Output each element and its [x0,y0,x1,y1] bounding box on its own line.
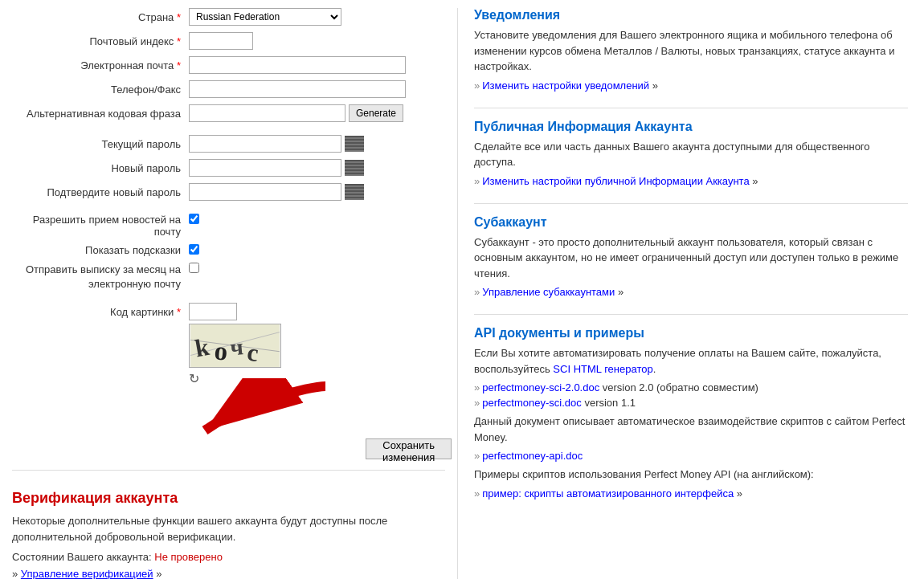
separator [12,470,445,471]
newsletter-checkbox[interactable] [189,214,199,224]
subaccount-title: Субаккаунт [474,215,908,230]
postal-input[interactable]: 210000 [189,32,253,50]
notifications-text: Установите уведомления для Вашего электр… [474,27,908,75]
current-password-label: Текущий пароль [12,138,189,150]
monthly-row: Отправить выписку за месяц на электронну… [12,263,445,292]
api-sci-doc-v1-link-row: »perfectmoney-sci.doc version 1.1 [474,397,908,409]
country-label: Страна * [12,11,189,23]
hints-row: Показать подсказки [12,244,445,256]
api-text1: Если Вы хотите автоматизировать получени… [474,345,908,377]
public-info-text: Сделайте все или часть данных Вашего ака… [474,139,908,170]
hints-checkbox[interactable] [189,244,199,255]
verification-manage-link[interactable]: Управление верификацией [21,568,153,579]
api-section: API документы и примеры Если Вы хотите а… [474,326,908,499]
monthly-label: Отправить выписку за месяц на электронну… [12,263,189,292]
altphrase-row: Альтернативная кодовая фраза Generate [12,104,445,122]
hints-label: Показать подсказки [12,244,189,256]
api-text3: Примеры скриптов использования Perfect M… [474,467,908,483]
new-password-keyboard-icon[interactable] [345,160,364,176]
api-doc-link-row: »perfectmoney-api.doc [474,450,908,462]
separator-3 [474,203,908,204]
api-sci-doc-link-row: »perfectmoney-sci-2.0.doc version 2.0 (о… [474,381,908,393]
subaccount-section: Субаккаунт Субаккаунт - это просто допол… [474,215,908,299]
subaccount-manage-link[interactable]: Управление субаккаунтами [482,286,615,298]
current-password-row: Текущий пароль [12,135,445,153]
email-row: Электронная почта * nugoheme@mailzi.ru [12,56,445,74]
verification-status-row: Состоянии Вашего аккаунта: Не проверено [12,551,445,563]
confirm-password-keyboard-icon[interactable] [345,184,364,200]
public-info-title: Публичная Информация Аккаунта [474,120,908,134]
password-keyboard-icon[interactable] [345,136,364,152]
postal-label: Почтовый индекс * [12,35,189,47]
verification-section: Верификация аккаунта Некоторые дополните… [12,482,445,579]
api-example-link[interactable]: пример: скрипты автоматизированного инте… [482,487,734,499]
generate-button[interactable]: Generate [349,104,403,122]
verification-status-value: Не проверено [154,551,223,563]
notifications-title: Уведомления [474,8,908,22]
newsletter-row: Разрешить прием новостей на почту [12,214,445,238]
public-info-link[interactable]: Изменить настройки публичной Информации … [482,175,749,187]
svg-text:ч: ч [229,334,244,361]
confirm-password-label: Подтвердите новый пароль [12,186,189,198]
email-label: Электронная почта * [12,59,189,71]
save-button[interactable]: Сохранить изменения [366,438,452,459]
api-example-link-row: »пример: скрипты автоматизированного инт… [474,487,908,499]
api-doc-link[interactable]: perfectmoney-api.doc [482,450,583,462]
api-text2: Данный документ описывает автоматическое… [474,414,908,445]
phone-row: Телефон/Факс [12,80,445,98]
newsletter-label: Разрешить прием новостей на почту [12,214,189,238]
sci-html-generator-link[interactable]: SCI HTML генератор [553,363,652,375]
phone-label: Телефон/Факс [12,84,189,96]
separator-2 [474,108,908,108]
current-password-input[interactable] [189,135,341,153]
captcha-label: Код картинки * [12,306,189,318]
postal-row: Почтовый индекс * 210000 [12,32,445,50]
new-password-row: Новый пароль [12,159,445,177]
country-select[interactable]: Russian Federation [189,8,341,26]
sci-doc-v1-link[interactable]: perfectmoney-sci.doc [482,397,582,409]
public-info-link-row: »Изменить настройки публичной Информации… [474,175,908,187]
country-row: Страна * Russian Federation [12,8,445,26]
altphrase-label: Альтернативная кодовая фраза [12,108,189,120]
confirm-password-input[interactable] [189,183,341,201]
api-title: API документы и примеры [474,326,908,340]
new-password-label: Новый пароль [12,162,189,174]
captcha-input-row: Код картинки * [12,303,445,320]
subaccount-text: Субаккаунт - это просто дополнительный а… [474,234,908,282]
sci-doc-v2-link[interactable]: perfectmoney-sci-2.0.doc [482,381,599,393]
notifications-section: Уведомления Установите уведомления для В… [474,8,908,92]
altphrase-input[interactable] [189,104,345,122]
public-info-section: Публичная Информация Аккаунта Сделайте в… [474,120,908,187]
new-password-input[interactable] [189,159,341,177]
svg-text:o: o [213,336,228,366]
verification-description: Некоторые дополнительные функции вашего … [12,513,445,544]
notifications-link[interactable]: Изменить настройки уведомлений [482,80,649,92]
captcha-input[interactable] [189,303,237,320]
verification-title: Верификация аккаунта [12,490,445,507]
email-input[interactable]: nugoheme@mailzi.ru [189,56,406,74]
red-arrow [165,378,341,442]
separator-4 [474,314,908,315]
captcha-image: k o ч с [189,324,281,368]
subaccount-link-row: »Управление субаккаунтами » [474,286,908,298]
verification-manage-row: » Управление верификацией » [12,568,445,579]
captcha-area: k o ч с ↻ [189,324,445,386]
notifications-link-row: »Изменить настройки уведомлений » [474,80,908,92]
monthly-checkbox[interactable] [189,263,199,273]
confirm-password-row: Подтвердите новый пароль [12,183,445,201]
phone-input[interactable] [189,80,406,98]
